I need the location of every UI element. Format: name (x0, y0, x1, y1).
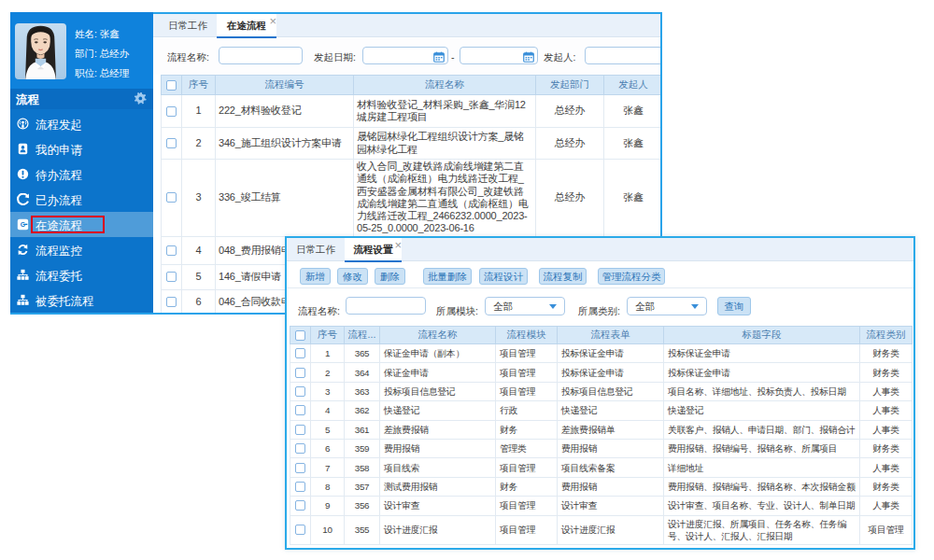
svg-text:G: G (21, 221, 25, 228)
